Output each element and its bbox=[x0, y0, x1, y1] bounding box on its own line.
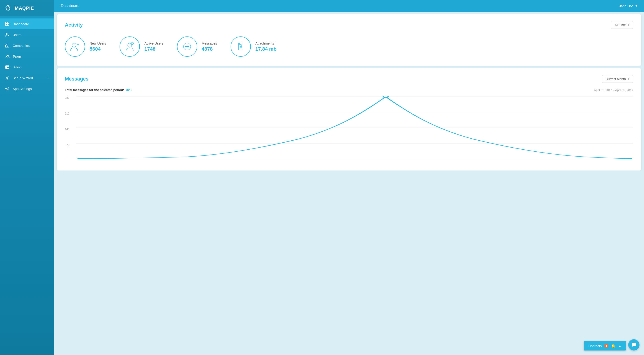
setup-wizard-icon bbox=[5, 76, 10, 80]
svg-point-9 bbox=[8, 55, 9, 56]
svg-point-16 bbox=[128, 43, 132, 47]
date-range: April 01, 2017 – April 05, 2017 bbox=[594, 88, 633, 92]
sidebar-item-users[interactable]: Users bbox=[0, 29, 54, 40]
messages-value: 4378 bbox=[202, 46, 217, 52]
messages-total-info: Total messages for the selected period: … bbox=[65, 88, 132, 92]
team-icon bbox=[5, 54, 10, 58]
chart-area bbox=[76, 96, 633, 159]
sidebar-item-label: Billing bbox=[12, 65, 22, 69]
svg-point-5 bbox=[6, 33, 8, 35]
new-users-label: New Users bbox=[90, 41, 106, 45]
sidebar-item-dashboard[interactable]: Dashboard bbox=[0, 18, 54, 29]
messages-dropdown[interactable]: Current Month ▾ bbox=[602, 75, 633, 83]
activity-dropdown-label: All Time bbox=[614, 23, 626, 27]
svg-point-7 bbox=[7, 46, 8, 46]
new-users-icon-circle bbox=[65, 36, 85, 57]
svg-point-11 bbox=[6, 77, 8, 78]
activity-card-header: Activity All Time ▾ bbox=[65, 21, 633, 29]
users-icon bbox=[5, 32, 10, 37]
activity-card: Activity All Time ▾ bbox=[57, 14, 641, 66]
sidebar-item-label: Team bbox=[12, 54, 21, 58]
page-title: Dashboard bbox=[61, 3, 80, 8]
messages-info: Messages 4378 bbox=[202, 41, 217, 52]
messages-label: Messages bbox=[202, 41, 217, 45]
svg-rect-2 bbox=[8, 22, 9, 24]
content-area: Activity All Time ▾ bbox=[54, 12, 644, 355]
sidebar-item-billing[interactable]: Billing bbox=[0, 62, 54, 72]
chart-y-axis: 280 210 140 70 bbox=[65, 96, 72, 159]
y-label-210: 210 bbox=[65, 112, 69, 115]
messages-dropdown-label: Current Month bbox=[606, 77, 626, 81]
y-label-280: 280 bbox=[65, 96, 69, 99]
contacts-badge: 1 bbox=[604, 344, 608, 348]
active-users-icon-circle bbox=[120, 36, 140, 57]
active-users-info: Active Users 1748 bbox=[144, 41, 163, 52]
sidebar-item-label: App Settings bbox=[12, 87, 32, 91]
chat-icon bbox=[631, 342, 636, 348]
chevron-up-icon: ▲ bbox=[618, 344, 622, 348]
sidebar: MAQPIE Dashboard Users bbox=[0, 0, 54, 355]
total-label: Total messages for the selected period: bbox=[65, 88, 124, 92]
svg-point-13 bbox=[72, 43, 76, 47]
messages-card-header: Messages Current Month ▾ bbox=[65, 75, 633, 83]
sidebar-item-companies[interactable]: Companies bbox=[0, 40, 54, 51]
attachments-label: Attachments bbox=[255, 41, 276, 45]
chat-button[interactable] bbox=[628, 339, 640, 351]
sidebar-item-app-settings[interactable]: App Settings bbox=[0, 83, 54, 94]
total-value: 323 bbox=[126, 88, 132, 92]
svg-line-20 bbox=[133, 43, 133, 43]
svg-line-18 bbox=[132, 43, 132, 43]
header: Dashboard Jane Doe ▾ bbox=[54, 0, 644, 12]
sidebar-item-team[interactable]: Team bbox=[0, 51, 54, 62]
sidebar-nav: Dashboard Users Companies bbox=[0, 16, 54, 355]
messages-title: Messages bbox=[65, 76, 88, 82]
check-icon: ✓ bbox=[47, 76, 50, 80]
stat-active-users: Active Users 1748 bbox=[120, 36, 163, 57]
contacts-label: Contacts bbox=[588, 344, 602, 348]
attachments-value: 17.84 mb bbox=[255, 46, 276, 52]
sidebar-item-label: Companies bbox=[12, 44, 30, 47]
user-menu[interactable]: Jane Doe ▾ bbox=[619, 4, 637, 8]
chevron-down-icon: ▾ bbox=[636, 4, 637, 8]
bell-icon: 🔔 bbox=[611, 344, 616, 348]
companies-icon bbox=[5, 43, 10, 48]
billing-icon bbox=[5, 65, 10, 69]
svg-rect-6 bbox=[6, 45, 9, 47]
contacts-bar[interactable]: Contacts 1 🔔 ▲ bbox=[584, 341, 626, 351]
sidebar-item-label: Dashboard bbox=[12, 22, 29, 26]
main-area: Dashboard Jane Doe ▾ Activity All Time ▾ bbox=[54, 0, 644, 355]
svg-point-25 bbox=[188, 46, 189, 47]
app-settings-icon bbox=[5, 86, 10, 91]
sidebar-item-setup-wizard[interactable]: Setup Wizard ✓ bbox=[0, 72, 54, 83]
active-users-label: Active Users bbox=[144, 41, 163, 45]
activity-dropdown[interactable]: All Time ▾ bbox=[611, 21, 633, 29]
logo-area: MAQPIE bbox=[0, 0, 54, 16]
active-users-value: 1748 bbox=[144, 46, 163, 52]
app-name: MAQPIE bbox=[15, 6, 34, 11]
messages-card: Messages Current Month ▾ Total messages … bbox=[57, 68, 641, 171]
svg-rect-4 bbox=[8, 24, 9, 26]
svg-point-36 bbox=[76, 158, 78, 159]
sidebar-item-label: Setup Wizard bbox=[12, 76, 33, 80]
messages-icon-circle bbox=[177, 36, 197, 57]
y-label-140: 140 bbox=[65, 128, 69, 131]
username: Jane Doe bbox=[619, 4, 634, 8]
chevron-down-icon: ▾ bbox=[628, 77, 629, 80]
stat-new-users: New Users 5604 bbox=[65, 36, 106, 57]
svg-point-37 bbox=[632, 158, 633, 159]
svg-point-24 bbox=[186, 46, 188, 47]
activity-stats: New Users 5604 bbox=[65, 34, 633, 59]
attachments-info: Attachments 17.84 mb bbox=[255, 41, 276, 52]
svg-point-23 bbox=[185, 46, 186, 47]
chevron-down-icon: ▾ bbox=[628, 23, 629, 26]
sidebar-item-label: Users bbox=[12, 33, 22, 37]
svg-rect-1 bbox=[6, 22, 7, 24]
y-label-70: 70 bbox=[66, 144, 69, 147]
new-users-value: 5604 bbox=[90, 46, 106, 52]
activity-title: Activity bbox=[65, 22, 83, 28]
svg-rect-10 bbox=[6, 66, 9, 68]
dashboard-icon bbox=[5, 21, 10, 26]
new-users-info: New Users 5604 bbox=[90, 41, 106, 52]
svg-point-35 bbox=[383, 96, 388, 98]
svg-point-12 bbox=[6, 88, 8, 89]
